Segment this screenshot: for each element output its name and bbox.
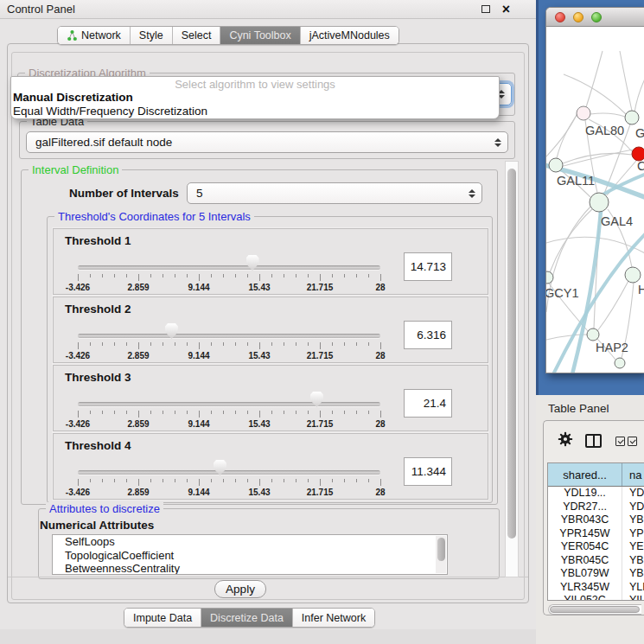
close-icon[interactable]: × [502, 1, 510, 18]
scrollbar-thumb[interactable] [507, 169, 516, 539]
table-row[interactable]: YBR043CYBR0 [548, 513, 644, 527]
slider-tick [271, 342, 272, 346]
table-row[interactable]: YER054CYER0 [548, 540, 644, 554]
numerical-attributes-list[interactable]: SelfLoopsTopologicalCoefficientBetweenne… [52, 534, 448, 575]
select-columns-icons[interactable] [615, 437, 637, 446]
zoom-traffic-light[interactable] [591, 12, 602, 22]
slider-tick [320, 342, 321, 349]
tab-style[interactable]: Style [131, 27, 173, 44]
tab-network[interactable]: Network [58, 27, 131, 44]
split-columns-icon[interactable] [585, 434, 602, 448]
slider-track[interactable] [78, 470, 380, 475]
network-edge[interactable] [634, 79, 644, 112]
cell-name: YDL1 [622, 487, 644, 501]
tab-cyni-toolbox[interactable]: Cyni Toolbox [220, 27, 300, 44]
tab-infer-network[interactable]: Infer Network [293, 609, 374, 627]
slider-tick [284, 479, 284, 482]
network-node-green[interactable] [587, 328, 599, 341]
network-edge[interactable] [563, 153, 632, 163]
slider-tick [235, 274, 236, 277]
network-edge[interactable] [546, 109, 579, 156]
control-panel-scrollbar[interactable] [505, 161, 519, 577]
slider-tick [344, 479, 345, 482]
node-label-gal80: GAL80 [585, 124, 624, 137]
network-node-green[interactable] [615, 358, 625, 368]
tab-label: Network [81, 29, 121, 41]
scrollbar-thumb[interactable] [437, 538, 445, 561]
checkbox-icon[interactable] [628, 437, 637, 446]
tab-jactivemnodules[interactable]: jActiveMNodules [301, 27, 399, 44]
table-data-combo[interactable]: galFiltered.sif default node [26, 131, 508, 153]
slider-tick [271, 479, 272, 482]
attribute-item-selfloops[interactable]: SelfLoops [53, 535, 447, 549]
network-node-green[interactable] [625, 267, 641, 283]
network-node-green[interactable] [549, 158, 563, 172]
slider-track[interactable] [78, 334, 380, 338]
column-header-shared-name[interactable]: shared... [548, 463, 622, 486]
table-row[interactable]: YBR045CYBR0 [548, 554, 644, 568]
threshold-value-field[interactable]: 6.316 [404, 321, 452, 349]
apply-button[interactable]: Apply [214, 580, 266, 598]
attribute-item-topologicalcoefficient[interactable]: TopologicalCoefficient [53, 549, 447, 563]
network-edge[interactable] [590, 113, 625, 117]
algorithm-placeholder: Select algorithm to view settings [11, 78, 499, 91]
tab-select[interactable]: Select [173, 27, 221, 44]
table-row[interactable]: YBL079WYBL0 [548, 567, 644, 581]
slider-tick [380, 479, 381, 486]
slider-tick [247, 411, 248, 414]
network-edge[interactable] [620, 51, 632, 111]
table-horizontal-scrollbar[interactable] [548, 604, 641, 615]
table-row[interactable]: YDR27...YDR2 [548, 501, 644, 514]
number-of-intervals-label: Number of Intervals [69, 182, 179, 204]
tab-impute-data[interactable]: Impute Data [124, 609, 201, 627]
minimize-traffic-light[interactable] [573, 12, 583, 22]
node-label-c: C [637, 159, 644, 173]
table-row[interactable]: YPR145WYPR1 [548, 527, 644, 541]
control-panel-titlebar: Control Panel × [0, 0, 538, 19]
table-row[interactable]: YIL052CYIL0 [548, 594, 644, 601]
slider-tick [102, 342, 103, 346]
tab-discretize-data[interactable]: Discretize Data [201, 609, 293, 627]
checkbox-icon[interactable] [615, 437, 625, 446]
network-icon [67, 29, 78, 41]
slider-tick [150, 411, 151, 414]
slider-track[interactable] [78, 402, 380, 406]
table-row[interactable]: YLR345WYLR3 [548, 581, 644, 595]
gear-icon[interactable] [558, 431, 573, 450]
node-label-gal4: GAL4 [601, 214, 633, 228]
network-graph[interactable]: GAL80GACGAL11GAL4GCY1HAHAP2 [546, 27, 644, 373]
network-node-pink[interactable] [577, 106, 590, 120]
panel-divider [8, 577, 528, 577]
algorithm-option-equal-width-frequency-discretization[interactable]: Equal Width/Frequency Discretization [11, 105, 499, 118]
threshold-value-field[interactable]: 21.4 [404, 389, 452, 418]
scrollbar-thumb[interactable] [550, 606, 640, 613]
column-header-name[interactable]: na [622, 463, 644, 486]
slider-tick [368, 479, 369, 482]
slider-tick [175, 274, 175, 277]
slider-tick [187, 342, 188, 346]
slider-tick [380, 411, 381, 418]
slider-tick [114, 479, 115, 482]
close-traffic-light[interactable] [555, 12, 565, 22]
network-canvas[interactable]: GAL80GACGAL11GAL4GCY1HAHAP2 [546, 27, 644, 373]
slider-track[interactable] [78, 265, 380, 270]
group-title: Interval Definition [29, 163, 122, 176]
tab-label: Select [182, 29, 212, 41]
table-toolbar [544, 426, 644, 456]
cell-name: YIL0 [622, 594, 644, 601]
slider-tick [78, 411, 79, 418]
network-node-green[interactable] [590, 193, 609, 212]
algorithm-option-manual-discretization[interactable]: Manual Discretization [11, 91, 499, 105]
table-row[interactable]: YDL19...YDL1 [548, 487, 644, 501]
network-edge[interactable] [586, 51, 603, 107]
float-window-icon[interactable] [481, 5, 490, 13]
cell-shared-name: YBR045C [548, 554, 622, 568]
attributes-scrollbar[interactable] [436, 536, 446, 573]
network-node-green[interactable] [546, 271, 553, 284]
threshold-value-field[interactable]: 11.344 [404, 457, 452, 486]
cell-shared-name: YDR27... [548, 501, 622, 514]
network-node-green[interactable] [625, 111, 639, 124]
attribute-item-betweennesscentrality[interactable]: BetweennessCentrality [53, 562, 447, 575]
threshold-value-field[interactable]: 14.713 [404, 252, 452, 281]
number-of-intervals-combo[interactable]: 5 [187, 182, 482, 204]
